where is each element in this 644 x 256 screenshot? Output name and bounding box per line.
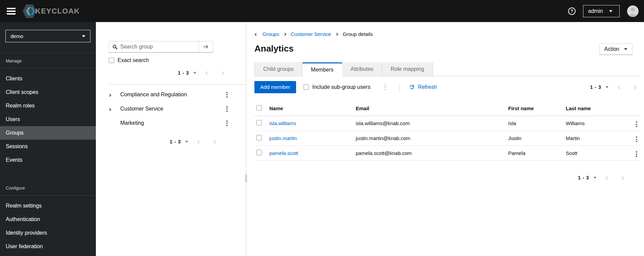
kebab-menu-icon[interactable] xyxy=(224,91,230,99)
include-subgroup-label[interactable]: Include sub-group users xyxy=(312,84,371,90)
group-name[interactable]: Marketing xyxy=(120,120,224,126)
exact-search-checkbox[interactable] xyxy=(109,58,114,63)
tab-role-mapping[interactable]: Role mapping xyxy=(382,62,433,76)
sidebar-item-user-federation[interactable]: User federation xyxy=(0,240,96,253)
tab-attributes[interactable]: Attributes xyxy=(342,62,382,76)
pagination-next-button[interactable] xyxy=(208,138,220,146)
member-email: isla.williams@knab.com xyxy=(356,116,508,131)
member-username-link[interactable]: justin.martin xyxy=(269,135,297,141)
chevron-left-icon xyxy=(605,176,609,180)
keycloak-logo: KEYCLOAK xyxy=(22,3,80,19)
help-icon[interactable]: ? xyxy=(568,7,576,15)
include-subgroup-checkbox[interactable] xyxy=(304,84,309,90)
pagination-prev-button[interactable] xyxy=(614,83,626,91)
pagination-prev-button[interactable] xyxy=(601,174,614,182)
member-username-link[interactable]: isla.williams xyxy=(269,120,296,126)
pagination-prev-button[interactable] xyxy=(193,138,205,146)
member-first-name: Justin xyxy=(508,131,566,146)
group-name[interactable]: Customer Service xyxy=(120,106,224,112)
group-tree-item[interactable]: Marketing xyxy=(96,116,246,130)
kebab-menu-icon[interactable] xyxy=(224,105,230,113)
group-tree: Compliance and Regulation Customer Servi… xyxy=(96,87,246,130)
panel-resize-handle[interactable] xyxy=(245,175,247,182)
chevron-left-icon xyxy=(618,85,621,89)
member-email: justin.martin@knab.com xyxy=(356,131,508,146)
table-row: pamela.scott pamela.scott@knab.com Pamel… xyxy=(254,146,641,161)
add-member-button[interactable]: Add member xyxy=(254,81,296,93)
expand-toggle-icon[interactable] xyxy=(109,92,120,97)
pagination-range-toggle[interactable]: 1 - 3 xyxy=(168,138,190,146)
tab-child-groups[interactable]: Child groups xyxy=(254,62,303,76)
sidebar-item-groups[interactable]: Groups xyxy=(0,126,96,140)
chevron-right-icon xyxy=(284,33,286,35)
group-search-input[interactable] xyxy=(118,44,196,50)
kebab-menu-icon[interactable] xyxy=(634,120,639,129)
chevron-left-icon xyxy=(197,140,201,144)
kebab-menu-icon[interactable] xyxy=(224,119,230,127)
app-header: KEYCLOAK ? admin xyxy=(0,0,644,22)
chevron-right-icon xyxy=(212,140,216,144)
breadcrumb-link-groups[interactable]: Groups xyxy=(263,31,279,37)
sidebar-item-authentication[interactable]: Authentication xyxy=(0,213,96,226)
sidebar-item-events[interactable]: Events xyxy=(0,153,96,167)
member-username-link[interactable]: pamela.scott xyxy=(269,150,298,156)
refresh-button[interactable]: Refresh xyxy=(409,84,437,90)
group-tree-panel: Exact search 1 - 3 Compliance and Regula… xyxy=(96,22,246,256)
pagination-next-button[interactable] xyxy=(628,83,641,91)
chevron-right-icon xyxy=(335,33,338,35)
username-label: admin xyxy=(588,8,603,14)
action-label: Action xyxy=(604,46,619,52)
row-checkbox[interactable] xyxy=(256,135,262,140)
page-title: Analytics xyxy=(254,43,294,54)
sidebar-item-realm-roles[interactable]: Realm roles xyxy=(0,99,96,113)
group-name[interactable]: Compliance and Regulation xyxy=(120,92,224,98)
sidebar-item-realm-settings[interactable]: Realm settings xyxy=(0,199,96,213)
tab-members[interactable]: Members xyxy=(303,62,342,76)
row-checkbox[interactable] xyxy=(256,120,262,125)
sidebar: demo Manage Clients Client scopes Realm … xyxy=(0,22,96,256)
avatar[interactable] xyxy=(627,5,639,17)
main-panel: Groups Customer Service Group details An… xyxy=(246,22,644,256)
breadcrumb: Groups Customer Service Group details xyxy=(254,31,641,37)
sidebar-item-client-scopes[interactable]: Client scopes xyxy=(0,85,96,99)
member-first-name: Pamela xyxy=(508,146,566,161)
pagination-range-toggle[interactable]: 1 - 3 xyxy=(576,174,599,182)
column-header-first-name: First name xyxy=(508,101,566,116)
action-dropdown[interactable]: Action xyxy=(599,43,632,55)
row-checkbox[interactable] xyxy=(256,150,262,155)
group-pagination-bottom: 1 - 3 xyxy=(96,138,220,146)
group-tree-item[interactable]: Compliance and Regulation xyxy=(96,87,246,102)
select-all-checkbox[interactable] xyxy=(256,105,262,111)
sidebar-item-users[interactable]: Users xyxy=(0,113,96,126)
sidebar-item-clients[interactable]: Clients xyxy=(0,72,96,85)
pagination-next-button[interactable] xyxy=(216,69,228,77)
pagination-range-toggle[interactable]: 1 - 3 xyxy=(588,83,611,91)
search-submit-button[interactable] xyxy=(199,41,213,53)
member-email: pamela.scott@knab.com xyxy=(356,146,508,161)
pagination-next-button[interactable] xyxy=(616,174,628,182)
kebab-menu-icon[interactable] xyxy=(634,150,639,158)
sidebar-item-identity-providers[interactable]: Identity providers xyxy=(0,226,96,240)
exact-search-label[interactable]: Exact search xyxy=(118,57,149,63)
arrow-right-icon xyxy=(203,44,209,49)
group-tree-item[interactable]: Customer Service xyxy=(96,102,246,116)
members-pagination-bottom: 1 - 3 xyxy=(254,174,628,182)
pagination-range-toggle[interactable]: 1 - 3 xyxy=(176,69,199,77)
kebab-menu-icon[interactable] xyxy=(382,83,388,92)
user-menu-dropdown[interactable]: admin xyxy=(583,5,620,17)
breadcrumb-back-button[interactable] xyxy=(254,31,258,37)
realm-selector[interactable]: demo xyxy=(5,30,90,42)
member-last-name: Scott xyxy=(566,146,624,161)
kebab-menu-icon[interactable] xyxy=(634,135,639,143)
brand-text: KEYCLOAK xyxy=(35,7,80,16)
group-search-box xyxy=(109,41,199,53)
hamburger-menu-icon[interactable] xyxy=(7,8,16,15)
keycloak-hexagon-icon xyxy=(22,3,37,19)
breadcrumb-link-customer-service[interactable]: Customer Service xyxy=(291,31,331,37)
search-icon xyxy=(112,44,118,50)
chevron-right-icon xyxy=(220,71,224,75)
sidebar-item-sessions[interactable]: Sessions xyxy=(0,140,96,153)
pagination-prev-button[interactable] xyxy=(201,69,213,77)
chevron-right-icon xyxy=(632,85,636,89)
expand-toggle-icon[interactable] xyxy=(109,106,120,112)
